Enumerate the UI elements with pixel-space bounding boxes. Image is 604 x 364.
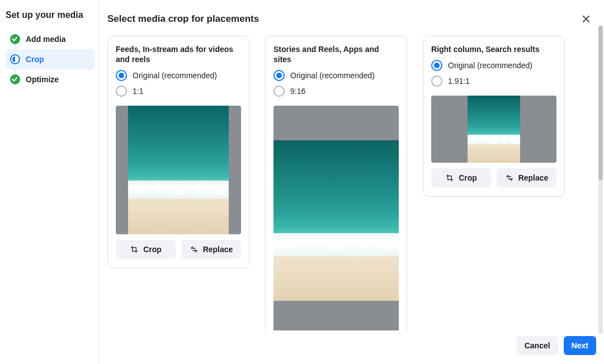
progress-icon bbox=[10, 54, 20, 64]
option-original[interactable]: Original (recommended) bbox=[431, 60, 556, 71]
header: Select media crop for placements bbox=[100, 0, 604, 32]
scrollbar[interactable] bbox=[598, 26, 603, 334]
replace-label: Replace bbox=[518, 173, 549, 182]
card-actions: Crop Replace bbox=[431, 168, 556, 187]
placement-card-right-column: Right column, Search results Original (r… bbox=[423, 36, 565, 197]
step-label: Optimize bbox=[26, 75, 59, 84]
step-crop[interactable]: Crop bbox=[6, 49, 95, 69]
check-icon bbox=[10, 34, 20, 44]
preview-image bbox=[468, 96, 520, 163]
card-actions: Crop Replace bbox=[116, 240, 241, 259]
radio-icon bbox=[116, 70, 127, 81]
aspect-options: Original (recommended) 9:16 bbox=[273, 70, 399, 97]
placement-card-feeds: Feeds, In-stream ads for videos and reel… bbox=[107, 36, 249, 268]
crop-icon bbox=[445, 173, 454, 182]
next-label: Next bbox=[572, 341, 588, 350]
option-1-1[interactable]: 1:1 bbox=[116, 86, 241, 97]
step-optimize[interactable]: Optimize bbox=[6, 69, 95, 89]
crop-icon bbox=[130, 245, 139, 254]
media-preview bbox=[431, 96, 556, 163]
step-add-media[interactable]: Add media bbox=[6, 29, 95, 49]
crop-label: Crop bbox=[143, 245, 162, 254]
option-1-91-1[interactable]: 1.91:1 bbox=[431, 75, 556, 87]
scrollbar-thumb[interactable] bbox=[598, 26, 603, 180]
radio-icon bbox=[116, 86, 127, 97]
radio-icon bbox=[431, 60, 442, 71]
crop-button[interactable]: Crop bbox=[431, 168, 491, 187]
card-title: Feeds, In-stream ads for videos and reel… bbox=[116, 44, 241, 64]
steps-list: Add media Crop Optimize bbox=[6, 29, 95, 89]
option-label: 1:1 bbox=[133, 87, 143, 96]
radio-icon bbox=[273, 70, 285, 81]
replace-button[interactable]: Replace bbox=[181, 240, 241, 259]
option-original[interactable]: Original (recommended) bbox=[273, 70, 399, 81]
preview-image bbox=[273, 140, 399, 301]
option-label: Original (recommended) bbox=[448, 61, 532, 70]
media-preview bbox=[116, 106, 241, 234]
card-title: Right column, Search results bbox=[431, 44, 556, 54]
replace-icon bbox=[505, 173, 514, 182]
content: Feeds, In-stream ads for videos and reel… bbox=[100, 32, 604, 330]
replace-icon bbox=[190, 245, 199, 254]
option-original[interactable]: Original (recommended) bbox=[116, 70, 241, 81]
cancel-button[interactable]: Cancel bbox=[517, 336, 558, 355]
option-9-16[interactable]: 9:16 bbox=[273, 86, 399, 97]
option-label: Original (recommended) bbox=[133, 71, 217, 80]
main: Select media crop for placements Feeds, … bbox=[100, 0, 604, 364]
next-button[interactable]: Next bbox=[564, 336, 596, 355]
card-title: Stories and Reels, Apps and sites bbox=[273, 44, 399, 64]
crop-label: Crop bbox=[459, 173, 477, 182]
step-label: Crop bbox=[26, 55, 44, 64]
replace-button[interactable]: Replace bbox=[497, 168, 556, 187]
media-preview bbox=[273, 106, 399, 330]
sidebar-title: Set up your media bbox=[6, 10, 95, 20]
radio-icon bbox=[431, 75, 442, 87]
check-icon bbox=[10, 74, 20, 84]
replace-label: Replace bbox=[203, 245, 233, 254]
preview-image bbox=[128, 106, 228, 234]
option-label: 9:16 bbox=[290, 87, 305, 96]
option-label: 1.91:1 bbox=[448, 77, 470, 86]
close-button[interactable] bbox=[577, 10, 595, 28]
footer: Cancel Next bbox=[100, 330, 604, 364]
page-title: Select media crop for placements bbox=[107, 13, 259, 25]
step-label: Add media bbox=[26, 35, 66, 44]
option-label: Original (recommended) bbox=[290, 71, 375, 80]
sidebar: Set up your media Add media Crop Optimiz… bbox=[0, 0, 100, 364]
radio-icon bbox=[273, 86, 285, 97]
crop-button[interactable]: Crop bbox=[116, 240, 176, 259]
aspect-options: Original (recommended) 1:1 bbox=[116, 70, 241, 97]
cancel-label: Cancel bbox=[525, 341, 550, 350]
aspect-options: Original (recommended) 1.91:1 bbox=[431, 60, 556, 87]
close-icon bbox=[581, 14, 591, 24]
placement-card-stories: Stories and Reels, Apps and sites Origin… bbox=[265, 36, 407, 330]
